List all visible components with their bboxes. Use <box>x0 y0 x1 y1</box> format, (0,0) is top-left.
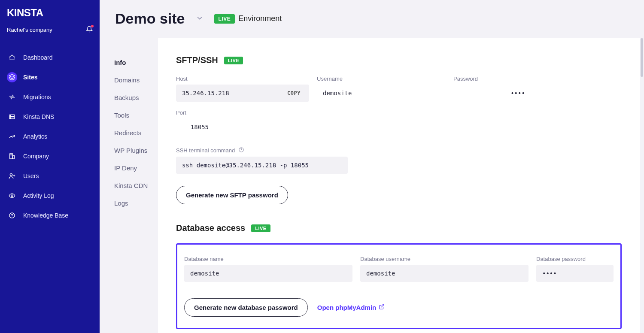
nav-analytics[interactable]: Analytics <box>2 127 98 146</box>
copy-host-button[interactable]: COPY <box>285 90 303 97</box>
subnav-tools[interactable]: Tools <box>114 106 158 124</box>
nav-dashboard[interactable]: Dashboard <box>2 48 98 67</box>
sftp-title: SFTP/SSH <box>176 55 218 65</box>
svg-rect-6 <box>12 155 14 159</box>
nav-users[interactable]: Users <box>2 166 98 186</box>
page-title: Demo site <box>115 10 185 27</box>
password-value: •••• <box>453 85 582 102</box>
primary-nav: Dashboard Sites Migrations Kinsta DNS An… <box>0 48 100 225</box>
svg-marker-0 <box>9 74 15 77</box>
brand-logo: KINSTA <box>0 5 100 23</box>
nav-dns[interactable]: Kinsta DNS <box>2 107 98 127</box>
bell-icon[interactable] <box>86 26 93 34</box>
db-user-value: demosite <box>360 265 529 282</box>
password-label: Password <box>453 76 582 82</box>
port-value: 18055 <box>176 118 215 136</box>
db-highlight-box: Database name demosite Database username… <box>176 243 622 329</box>
migrate-icon <box>7 92 17 102</box>
open-phpmyadmin-link[interactable]: Open phpMyAdmin <box>317 304 385 311</box>
subnav-redirects[interactable]: Redirects <box>114 124 158 142</box>
db-name-value: demosite <box>184 265 352 282</box>
sftp-section: SFTP/SSH LIVE Host 35.246.15.218 COPY <box>176 55 622 204</box>
scrollbar[interactable] <box>640 38 644 333</box>
subnav-domains[interactable]: Domains <box>114 71 158 89</box>
home-icon <box>7 52 17 63</box>
db-pass-label: Database password <box>536 256 614 262</box>
db-title: Database access <box>176 223 245 233</box>
nav-activity[interactable]: Activity Log <box>2 186 98 206</box>
subnav-cdn[interactable]: Kinsta CDN <box>114 177 158 194</box>
host-value-box: 35.246.15.218 COPY <box>176 85 309 102</box>
sidebar: KINSTA Rachel's company Dashboard Sites … <box>0 0 100 333</box>
db-pass-value: •••• <box>536 265 614 282</box>
live-badge: LIVE <box>224 57 243 64</box>
help-icon <box>7 210 17 221</box>
db-section: Database access LIVE Database name demos… <box>176 223 622 329</box>
help-circle-icon[interactable] <box>238 147 244 154</box>
generate-sftp-password-button[interactable]: Generate new SFTP password <box>176 186 288 204</box>
db-name-label: Database name <box>184 256 352 262</box>
ssh-cmd-value: ssh demosite@35.246.15.218 -p 18055 <box>176 157 348 174</box>
username-value: demosite <box>317 85 446 102</box>
dns-icon <box>7 112 17 122</box>
nav-kb[interactable]: Knowledge Base <box>2 206 98 225</box>
nav-label: Sites <box>23 74 37 81</box>
nav-label: Analytics <box>23 133 47 140</box>
db-user-label: Database username <box>360 256 529 262</box>
env-label: Environment <box>238 14 282 23</box>
company-name[interactable]: Rachel's company <box>7 27 52 33</box>
subnav-ip-deny[interactable]: IP Deny <box>114 159 158 177</box>
content-panel: SFTP/SSH LIVE Host 35.246.15.218 COPY <box>158 38 640 333</box>
chevron-down-icon[interactable] <box>195 14 204 24</box>
nav-sites[interactable]: Sites <box>2 67 98 87</box>
nav-label: Kinsta DNS <box>23 113 54 120</box>
svg-point-4 <box>10 118 11 118</box>
nav-company[interactable]: Company <box>2 146 98 166</box>
nav-label: Users <box>23 173 39 179</box>
users-icon <box>7 171 17 181</box>
nav-label: Knowledge Base <box>23 212 68 219</box>
layers-icon <box>7 72 17 82</box>
generate-db-password-button[interactable]: Generate new database password <box>184 298 308 317</box>
svg-line-17 <box>381 305 384 307</box>
company-icon <box>7 151 17 161</box>
svg-point-3 <box>10 115 11 116</box>
username-label: Username <box>317 76 446 82</box>
subnav-info[interactable]: Info <box>114 54 158 71</box>
port-label: Port <box>176 109 215 116</box>
nav-label: Migrations <box>23 94 51 100</box>
page-header: Demo site LIVE Environment <box>100 0 644 38</box>
env-badge: LIVE <box>214 14 235 24</box>
subnav-logs[interactable]: Logs <box>114 194 158 212</box>
eye-icon <box>7 191 17 201</box>
nav-migrations[interactable]: Migrations <box>2 87 98 107</box>
external-link-icon <box>379 304 385 311</box>
phpmyadmin-label: Open phpMyAdmin <box>317 304 377 311</box>
ssh-cmd-label: SSH terminal command <box>176 147 235 154</box>
nav-label: Company <box>23 153 49 160</box>
svg-point-12 <box>11 195 13 197</box>
live-badge: LIVE <box>251 224 270 232</box>
analytics-icon <box>7 131 17 142</box>
site-subnav: Info Domains Backups Tools Redirects WP … <box>100 38 158 333</box>
subnav-backups[interactable]: Backups <box>114 89 158 106</box>
svg-point-9 <box>10 174 12 176</box>
nav-label: Dashboard <box>23 54 53 61</box>
subnav-wp-plugins[interactable]: WP Plugins <box>114 142 158 159</box>
host-value: 35.246.15.218 <box>182 90 229 97</box>
host-label: Host <box>176 76 309 82</box>
nav-label: Activity Log <box>23 192 54 199</box>
